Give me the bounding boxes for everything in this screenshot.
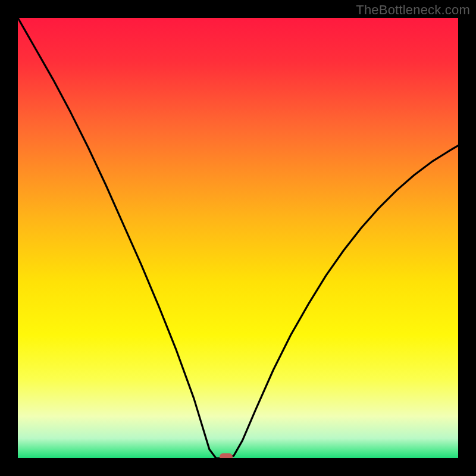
bottleneck-chart	[18, 18, 458, 458]
optimal-marker	[220, 453, 233, 458]
chart-frame: TheBottleneck.com	[0, 0, 476, 476]
gradient-background	[18, 18, 458, 458]
watermark-text: TheBottleneck.com	[356, 2, 470, 18]
